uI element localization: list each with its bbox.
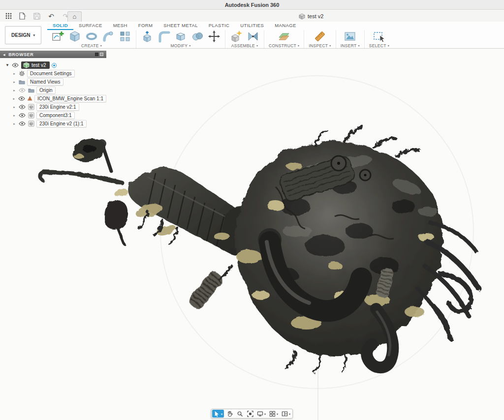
group-insert-label[interactable]: INSERT: [341, 43, 357, 48]
tree-item-document-settings[interactable]: ▸ Document Settings: [0, 69, 106, 78]
undo-icon[interactable]: ↶: [47, 12, 56, 21]
item-label: Named Views: [27, 78, 63, 86]
insert-canvas-icon[interactable]: [344, 30, 356, 43]
fillet-icon[interactable]: [158, 30, 170, 43]
group-construct-label[interactable]: CONSTRUCT: [269, 43, 296, 48]
browser-tree: ▼ test v2 ▸ Document Settings: [0, 58, 106, 128]
collapse-panel-icon[interactable]: ◂: [3, 52, 5, 57]
mesh-icon: [27, 95, 32, 102]
group-assemble-label[interactable]: ASSEMBLE: [231, 43, 255, 48]
tree-item-named-views[interactable]: ▸ Named Views: [0, 78, 106, 86]
expand-arrow-icon[interactable]: ▸: [12, 72, 17, 76]
press-pull-icon[interactable]: [141, 30, 154, 43]
expand-arrow-icon[interactable]: ▸: [12, 80, 17, 84]
viewport-layout-icon: [282, 411, 288, 417]
extrude-icon[interactable]: [68, 30, 81, 43]
expand-arrow-icon[interactable]: ▸: [12, 89, 17, 92]
tab-utilities[interactable]: UTILITIES: [235, 22, 269, 30]
save-icon[interactable]: [32, 12, 41, 21]
expand-arrow-icon[interactable]: ▸: [12, 97, 16, 101]
group-inspect: INSPECT ▾: [304, 30, 336, 48]
new-component-icon[interactable]: [230, 30, 243, 43]
grid-settings-button[interactable]: ▾: [268, 410, 280, 418]
tab-form[interactable]: FORM: [133, 22, 158, 30]
fit-view-icon: [247, 411, 253, 417]
visibility-eye-icon[interactable]: [19, 121, 26, 126]
move-copy-icon[interactable]: [208, 30, 220, 43]
chevron-down-icon: ▾: [289, 412, 290, 416]
pan-button[interactable]: [224, 410, 234, 418]
pattern-icon[interactable]: [119, 30, 131, 43]
visibility-eye-icon[interactable]: [19, 105, 26, 110]
chevron-down-icon: ▾: [100, 44, 102, 47]
view-navigation-bar: ▾ ▾ ▾: [211, 409, 293, 419]
viewport-layout-button[interactable]: ▾: [280, 410, 292, 418]
tree-item-component3[interactable]: ▸ Component3:1: [0, 111, 106, 120]
group-create-label[interactable]: CREATE: [81, 43, 99, 48]
display-settings-button[interactable]: ▾: [255, 410, 267, 418]
app-launcher-grid-icon[interactable]: [4, 12, 13, 21]
measure-icon[interactable]: [314, 30, 326, 43]
tab-plastic[interactable]: PLASTIC: [203, 22, 235, 30]
group-inspect-label[interactable]: INSPECT: [309, 43, 328, 48]
grid-icon: [269, 411, 276, 417]
chevron-down-icon: ▾: [277, 412, 278, 416]
group-modify-label[interactable]: MODIFY: [170, 43, 188, 48]
visibility-eye-icon[interactable]: [12, 63, 19, 68]
visibility-eye-icon[interactable]: [19, 88, 26, 93]
component-icon: [28, 112, 34, 119]
panel-undock-button[interactable]: [100, 53, 103, 56]
document-tab[interactable]: test v2: [299, 11, 323, 21]
select-tool-button[interactable]: ▾: [212, 410, 224, 418]
shell-icon[interactable]: [174, 30, 187, 43]
group-insert: INSERT ▾: [336, 30, 365, 48]
group-select-label[interactable]: SELECT: [369, 43, 386, 48]
expand-arrow-icon[interactable]: ▼: [5, 63, 10, 67]
select-icon[interactable]: [373, 30, 385, 43]
tab-sheet-metal[interactable]: SHEET METAL: [158, 22, 203, 30]
sweep-icon[interactable]: [102, 30, 115, 43]
combine-icon[interactable]: [191, 30, 204, 43]
fit-button[interactable]: [245, 410, 255, 418]
visibility-eye-icon[interactable]: [19, 113, 26, 118]
tree-root-row[interactable]: ▼ test v2: [0, 61, 106, 69]
joint-icon[interactable]: [247, 30, 259, 43]
tree-item-origin[interactable]: ▸ Origin: [0, 86, 106, 94]
workspace-switcher-design[interactable]: DESIGN ▾: [5, 26, 41, 44]
activate-component-radio[interactable]: [52, 63, 57, 68]
home-view-tab[interactable]: ⌂: [67, 11, 82, 22]
tree-item-engine-v2[interactable]: ▸ 230i Engine v2:1: [0, 103, 106, 111]
root-document-badge[interactable]: test v2: [21, 61, 50, 69]
tree-item-engine-scan[interactable]: ▸ ICON_BMW_Engine Scan 1:1: [0, 94, 106, 103]
ribbon-tabs: SOLID SURFACE MESH FORM SHEET METAL PLAS…: [47, 22, 302, 30]
tab-surface[interactable]: SURFACE: [73, 22, 108, 30]
create-sketch-icon[interactable]: [52, 30, 64, 43]
zoom-button[interactable]: [235, 410, 245, 418]
ribbon: DESIGN ▾ SOLID SURFACE MESH FORM SHEET M…: [0, 22, 504, 49]
file-menu-icon[interactable]: [18, 12, 27, 21]
expand-arrow-icon[interactable]: ▸: [12, 114, 17, 118]
item-label: 230i Engine v2:1: [36, 103, 79, 111]
chevron-down-icon: ▾: [221, 412, 222, 416]
window-titlebar: Autodesk Fusion 360: [0, 0, 504, 10]
tab-manage[interactable]: MANAGE: [269, 22, 302, 30]
expand-arrow-icon[interactable]: ▸: [12, 122, 17, 126]
expand-arrow-icon[interactable]: ▸: [12, 105, 17, 109]
chevron-down-icon: ▾: [298, 44, 299, 47]
window-title: Autodesk Fusion 360: [225, 2, 280, 8]
visibility-eye-icon[interactable]: [18, 96, 25, 101]
component-icon: [28, 104, 34, 110]
revolve-icon[interactable]: [85, 30, 98, 43]
construction-plane-icon[interactable]: [278, 30, 290, 43]
folder-icon: [19, 79, 25, 85]
tab-solid[interactable]: SOLID: [47, 22, 73, 30]
document-cube-icon: [299, 13, 305, 20]
tab-mesh[interactable]: MESH: [108, 22, 133, 30]
quick-access-toolbar: ↶ ↷: [4, 10, 70, 22]
panel-dock-button[interactable]: [95, 53, 98, 56]
group-create: CREATE ▾: [47, 30, 136, 48]
browser-header[interactable]: ◂ BROWSER: [0, 51, 106, 58]
tree-item-engine-v2-copy[interactable]: ▸ 230i Engine v2 (1):1: [0, 120, 106, 128]
chevron-down-icon: ▾: [264, 412, 266, 416]
group-modify: MODIFY ▾: [136, 30, 225, 48]
